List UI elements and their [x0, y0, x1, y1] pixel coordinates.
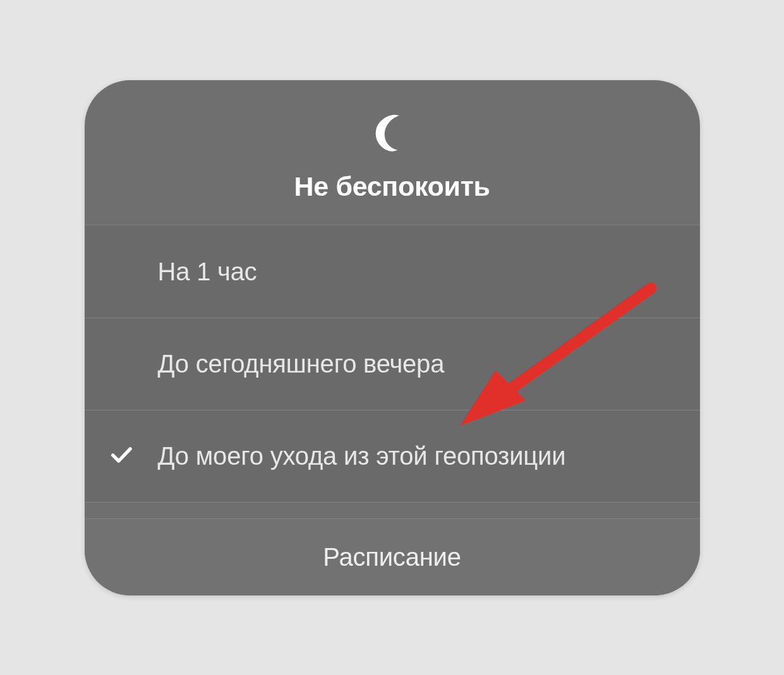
option-check-slot	[85, 442, 158, 470]
option-label: До сегодняшнего вечера	[158, 348, 662, 379]
panel-header: Не беспокоить	[85, 80, 700, 225]
option-label: До моего ухода из этой геопозиции	[158, 440, 662, 472]
duration-options-list: На 1 час До сегодняшнего вечера До моего…	[85, 225, 700, 502]
option-label: На 1 час	[158, 256, 662, 287]
option-until-evening[interactable]: До сегодняшнего вечера	[85, 318, 700, 410]
section-separator	[85, 502, 700, 518]
moon-icon	[371, 111, 414, 153]
option-one-hour[interactable]: На 1 час	[85, 225, 700, 318]
panel-title: Не беспокоить	[294, 171, 490, 202]
do-not-disturb-panel: Не беспокоить На 1 час До сегодняшнего в…	[85, 80, 700, 595]
check-icon	[109, 442, 134, 470]
schedule-button[interactable]: Расписание	[85, 518, 700, 595]
option-until-leave-location[interactable]: До моего ухода из этой геопозиции	[85, 410, 700, 502]
schedule-label: Расписание	[323, 543, 461, 571]
